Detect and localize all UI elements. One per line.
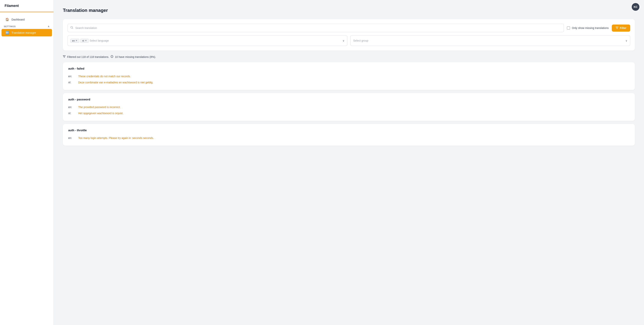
stats-text: Filtered out 118 of 118 translations. (67, 56, 109, 58)
filter-stats-icon (63, 55, 66, 58)
sidebar-section-settings: SETTINGS ∧ (0, 24, 54, 28)
translation-entry: nl: Deze combinatie van e-mailadres en w… (68, 79, 630, 86)
translation-value-nl: Deze combinatie van e-mailadres en wacht… (78, 81, 153, 84)
home-icon: 🏠 (5, 18, 9, 21)
translation-value-en: The provided password is incorrect. (78, 106, 120, 109)
filter-card: Only show missing translations Filter en… (63, 19, 635, 50)
search-input[interactable] (75, 26, 561, 30)
sidebar-nav: 🏠 Dashboard SETTINGS ∧ 🔤 Translation man… (0, 12, 54, 40)
select-group-placeholder: Select group (353, 39, 368, 42)
group-title: auth - throttle (68, 128, 630, 132)
filter-top-row: Only show missing translations Filter (68, 24, 630, 32)
missing-text: 10 have missing translations (8%). (115, 56, 156, 58)
search-container[interactable] (68, 24, 564, 32)
language-tags-container: en ✕ nl ✕ Select language (70, 39, 341, 43)
chevron-up-icon: ∧ (48, 25, 50, 28)
lang-tag-nl[interactable]: nl ✕ (80, 39, 88, 43)
group-title: auth - password (68, 98, 630, 101)
translation-value-nl: Het opgegeven wachtwoord is onjuist. (78, 112, 124, 115)
svg-line-1 (72, 28, 73, 29)
translation-icon: 🔤 (5, 31, 9, 34)
language-select-chevron-icon: ∨ (342, 39, 344, 42)
translation-card-auth-failed: auth - failed en: These credentials do n… (63, 62, 635, 90)
lang-label-nl: nl: (68, 112, 75, 115)
translation-entry: nl: Het opgegeven wachtwoord is onjuist. (68, 110, 630, 116)
language-select[interactable]: en ✕ nl ✕ Select language ∨ (68, 35, 347, 46)
user-avatar[interactable]: KC (632, 3, 640, 11)
info-icon (110, 55, 113, 58)
search-icon (70, 26, 74, 30)
translation-card-auth-password: auth - password en: The provided passwor… (63, 93, 635, 121)
stats-row: Filtered out 118 of 118 translations. 10… (63, 55, 635, 58)
translation-cards-container: auth - failed en: These credentials do n… (63, 62, 635, 146)
filter-button[interactable]: Filter (612, 24, 630, 32)
page-title: Translation manager (63, 8, 635, 13)
app-title: Filament (4, 4, 19, 8)
lang-tag-en[interactable]: en ✕ (70, 39, 79, 43)
app-logo: Filament (0, 0, 54, 12)
group-select[interactable]: Select group ∨ (350, 35, 630, 46)
filter-icon (616, 26, 618, 30)
translation-entry: en: The provided password is incorrect. (68, 104, 630, 110)
translation-entry: en: These credentials do not match our r… (68, 73, 630, 79)
lang-label-en: en: (68, 75, 75, 78)
sidebar-item-translation-manager[interactable]: 🔤 Translation manager (2, 29, 52, 36)
select-language-placeholder: Select language (90, 39, 109, 42)
sidebar-item-label: Translation manager (12, 31, 36, 34)
filter-bottom-row: en ✕ nl ✕ Select language ∨ Select group… (68, 35, 630, 46)
lang-label-en: en: (68, 106, 75, 109)
sidebar-item-dashboard[interactable]: 🏠 Dashboard (2, 16, 52, 23)
translation-entry: en: Too many login attempts. Please try … (68, 135, 630, 141)
lang-label-en: en: (68, 136, 75, 140)
remove-nl-icon[interactable]: ✕ (85, 40, 87, 42)
group-select-chevron-icon: ∨ (626, 39, 627, 42)
remove-en-icon[interactable]: ✕ (76, 40, 78, 42)
translation-card-auth-throttle: auth - throttle en: Too many login attem… (63, 124, 635, 146)
missing-translations-checkbox-label[interactable]: Only show missing translations (567, 26, 609, 30)
sidebar: Filament 🏠 Dashboard SETTINGS ∧ 🔤 Transl… (0, 0, 54, 325)
translation-value-en: Too many login attempts. Please try agai… (78, 136, 154, 140)
lang-label-nl: nl: (68, 81, 75, 84)
main-content: KC Translation manager Only show missing… (54, 0, 644, 325)
group-title: auth - failed (68, 67, 630, 70)
svg-point-4 (112, 56, 112, 56)
missing-translations-checkbox[interactable] (567, 26, 570, 30)
sidebar-item-label: Dashboard (12, 18, 25, 21)
translation-value-en: These credentials do not match our recor… (78, 75, 131, 78)
